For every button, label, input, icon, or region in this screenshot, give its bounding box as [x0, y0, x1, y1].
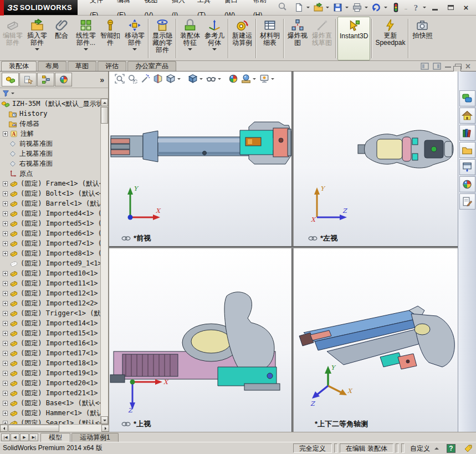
resources-icon[interactable]: [459, 108, 475, 124]
take-snapshot-button[interactable]: 拍快照: [410, 17, 434, 60]
expand-icon[interactable]: [3, 301, 8, 306]
design-library-icon[interactable]: [459, 125, 475, 141]
zoom-to-fit-icon[interactable]: [114, 73, 126, 84]
expand-icon[interactable]: [3, 131, 8, 136]
expand-icon[interactable]: [3, 191, 8, 196]
tree-item-part[interactable]: (固定) Imported9_1<1> (: [0, 258, 101, 268]
scrollbar-thumb[interactable]: [101, 107, 108, 124]
view-palette-icon[interactable]: [459, 159, 475, 175]
move-component-dropdown[interactable]: [132, 48, 137, 53]
scroll-up-icon[interactable]: [101, 99, 108, 106]
undo-icon[interactable]: [371, 2, 383, 14]
tree-item-part[interactable]: (固定) Imported21<1> (默: [0, 388, 101, 398]
scroll-down-icon[interactable]: [101, 416, 108, 424]
hide-show-items-icon[interactable]: [205, 73, 217, 84]
tree-horizontal-scrollbar[interactable]: [0, 424, 109, 432]
expand-icon[interactable]: [3, 321, 8, 326]
appearances-icon[interactable]: [459, 176, 475, 192]
insert-component-button[interactable]: 插入零部件: [25, 17, 49, 60]
viewport-front[interactable]: Y X *前视: [109, 72, 291, 246]
scroll-right-icon[interactable]: [101, 425, 109, 432]
tree-item-top-plane[interactable]: 上视基准面: [0, 149, 101, 159]
tree-item-part[interactable]: (固定) Hammer<1> (默认<: [0, 408, 101, 418]
tree-vertical-scrollbar[interactable]: [100, 99, 108, 424]
assembly-features-button[interactable]: 装配体特征: [178, 17, 202, 60]
new-document-icon[interactable]: [293, 2, 305, 14]
command-tab[interactable]: 草图: [68, 61, 96, 71]
tree-item-part[interactable]: (固定) Imported18<1> (默: [0, 358, 101, 368]
linear-pattern-dropdown[interactable]: [84, 48, 88, 53]
apply-scene-dropdown[interactable]: [253, 78, 256, 81]
zoom-to-area-icon[interactable]: [126, 73, 139, 84]
update-speedpak-button[interactable]: 更新Speedpak: [373, 17, 407, 60]
apply-scene-icon[interactable]: [240, 73, 252, 84]
tree-filter-bar[interactable]: [0, 88, 108, 99]
tree-item-annotations[interactable]: 注解: [0, 129, 101, 139]
tree-root-assembly[interactable]: IZH-35M (默认<默认_显示状: [0, 99, 101, 109]
doc-restore-icon[interactable]: [455, 64, 462, 69]
expand-icon[interactable]: [3, 271, 8, 276]
previous-tab-icon[interactable]: ◀: [11, 433, 19, 441]
study-tab[interactable]: 模型: [40, 433, 70, 442]
command-tab[interactable]: 装配体: [1, 61, 37, 71]
view-orientation-dropdown[interactable]: [177, 78, 181, 81]
tree-item-part[interactable]: (固定) Imported8<1> (默: [0, 248, 101, 258]
exploded-view-button[interactable]: 爆炸视图: [285, 17, 310, 60]
last-tab-icon[interactable]: ▶|: [29, 433, 38, 441]
display-manager-tab[interactable]: [55, 73, 72, 86]
tree-item-history[interactable]: History: [0, 109, 101, 119]
viewport-isometric[interactable]: Y X Z *上下二等角轴测: [294, 248, 458, 432]
edit-component-button[interactable]: 编辑零部件: [1, 17, 25, 60]
explode-line-sketch-button[interactable]: 爆炸直线草图: [310, 17, 334, 60]
expand-icon[interactable]: [3, 381, 8, 386]
tree-item-origin[interactable]: 原点: [0, 169, 101, 178]
expand-icon[interactable]: [3, 231, 8, 236]
tree-item-part[interactable]: (固定) Trigger<1> (默认: [0, 308, 101, 318]
tree-item-part[interactable]: (固定) Imported12<1> (默: [0, 288, 101, 298]
panel-expand-chevron[interactable]: »: [100, 75, 106, 84]
expand-icon[interactable]: [3, 211, 8, 216]
hide-show-items-dropdown[interactable]: [218, 78, 221, 81]
tree-item-part[interactable]: (固定) Base<1> (默认<<默: [0, 398, 101, 408]
tree-item-part[interactable]: (固定) Imported20<1> (默: [0, 378, 101, 388]
rebuild-traffic-light-icon[interactable]: [390, 2, 402, 14]
maximize-button[interactable]: [444, 3, 457, 12]
custom-properties-icon[interactable]: [459, 193, 475, 210]
expand-icon[interactable]: [3, 341, 8, 346]
tree-item-part[interactable]: (固定) Imported5<1> (默: [0, 218, 101, 228]
reference-geometry-button[interactable]: 参考几何体: [202, 17, 227, 60]
file-explorer-icon[interactable]: [459, 142, 475, 158]
minimize-button[interactable]: [428, 3, 442, 12]
assembly-features-dropdown[interactable]: [188, 48, 192, 53]
mate-button[interactable]: 配合: [49, 17, 74, 60]
open-dropdown-arrow[interactable]: [326, 7, 329, 10]
status-custom-dropdown[interactable]: 自定义: [407, 443, 442, 453]
viewport-top[interactable]: X Z *上视: [109, 248, 291, 432]
study-tab[interactable]: 运动算例1: [71, 433, 119, 442]
pane-right-icon[interactable]: [433, 63, 441, 70]
first-tab-icon[interactable]: |◀: [1, 433, 10, 441]
viewport-splitter-horizontal[interactable]: [109, 246, 458, 248]
next-tab-icon[interactable]: ▶: [20, 433, 29, 441]
tag-icon[interactable]: [463, 444, 473, 453]
viewport-left[interactable]: Y Z X *左视: [294, 72, 458, 246]
search-icon[interactable]: [278, 0, 288, 12]
expand-icon[interactable]: [3, 251, 8, 256]
command-tab[interactable]: 评估: [98, 61, 126, 71]
scroll-left-icon[interactable]: [0, 425, 8, 432]
pane-left-icon[interactable]: [421, 63, 429, 70]
move-component-button[interactable]: 移动零部件: [122, 17, 147, 60]
tree-item-part[interactable]: (固定) Imported4<1> (默: [0, 208, 101, 218]
tree-item-part[interactable]: (固定) Sear<1> (默认<<默: [0, 418, 101, 424]
expand-icon[interactable]: [3, 241, 8, 246]
tree-item-front-plane[interactable]: 前视基准面: [0, 139, 101, 149]
custom-up-arrow-icon[interactable]: [434, 445, 439, 450]
tree-item-part[interactable]: (固定) Imported17<1> (默: [0, 348, 101, 358]
tree-item-part[interactable]: (固定) Imported15<1> (默: [0, 328, 101, 338]
tree-item-part[interactable]: (固定) Imported11<1> (默: [0, 278, 101, 288]
help-icon[interactable]: [410, 2, 422, 14]
tree-item-part[interactable]: (固定) Imported12<2> (默: [0, 298, 101, 308]
expand-icon[interactable]: [3, 331, 8, 336]
view-settings-dropdown[interactable]: [271, 78, 274, 81]
tree-item-part[interactable]: (固定) Imported10<1> (默: [0, 268, 101, 278]
